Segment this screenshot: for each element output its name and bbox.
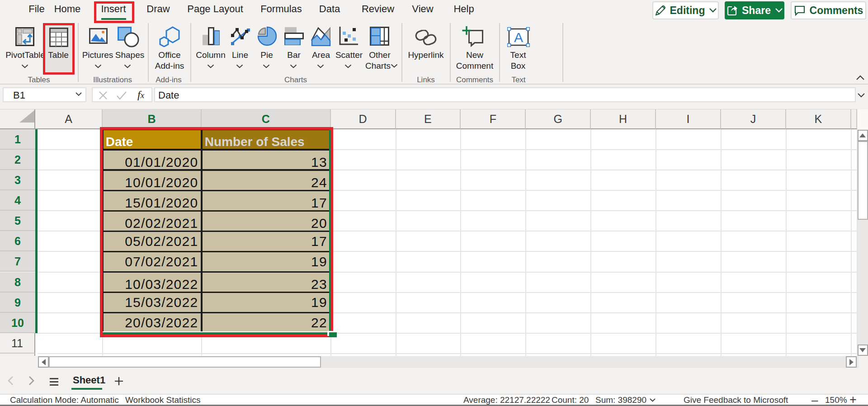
svg-text:A: A [514, 30, 523, 45]
